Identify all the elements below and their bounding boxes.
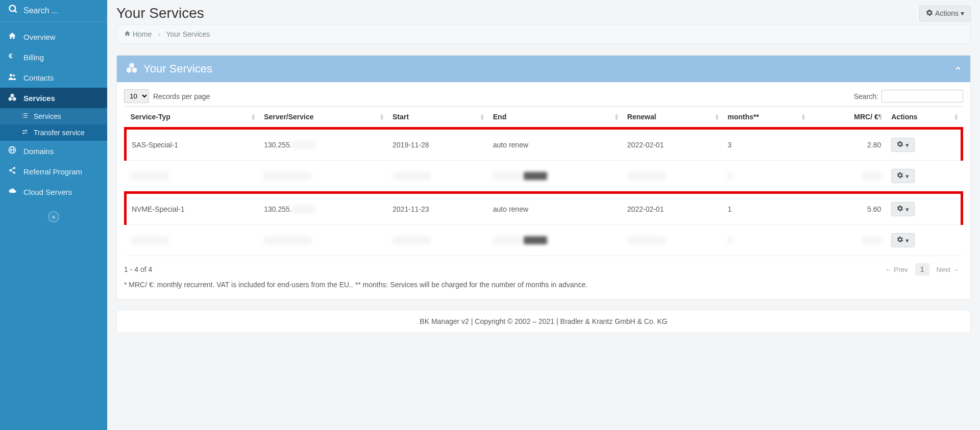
- nav-domains[interactable]: Domains: [0, 141, 107, 161]
- nav-label: Overview: [23, 33, 56, 41]
- svg-point-4: [13, 74, 15, 77]
- svg-line-17: [11, 168, 13, 170]
- cell-start: 2021-11-23: [387, 193, 488, 225]
- sort-icon: ▲▼: [379, 113, 384, 120]
- col-server[interactable]: Server/Service▲▼: [259, 107, 387, 129]
- subnav-services[interactable]: Services: [0, 108, 107, 124]
- users-icon: [8, 72, 19, 83]
- cell-mrc: XXXX: [809, 161, 886, 193]
- caret-down-icon: ▾: [961, 9, 964, 17]
- col-start[interactable]: Start▲▼: [387, 107, 488, 129]
- sort-icon: ▲▼: [251, 113, 256, 120]
- col-months[interactable]: months**▲▼: [723, 107, 809, 129]
- list-icon: [21, 112, 31, 120]
- cell-start: XXXXXXXX: [387, 225, 488, 256]
- cell-service-type: XXXXXXXX: [126, 161, 259, 193]
- share-icon: [8, 166, 19, 176]
- sort-icon: ▲▼: [878, 113, 883, 120]
- cubes-icon: [8, 93, 19, 103]
- sort-icon: ▲▼: [480, 113, 485, 120]
- chevron-right-icon: ›: [158, 30, 160, 38]
- cell-server: 130.255.XXXXX: [259, 193, 387, 225]
- row-actions-button[interactable]: ▾: [891, 202, 915, 216]
- cell-mrc: 5.60: [809, 193, 886, 225]
- nav-label: Contacts: [23, 73, 54, 82]
- subnav-label: Transfer service: [34, 129, 85, 137]
- svg-point-0: [10, 6, 16, 12]
- search-bar: [0, 0, 107, 22]
- services-table: Service-Typ▲▼ Server/Service▲▼ Start▲▼ E…: [124, 106, 963, 256]
- cloud-icon: [8, 187, 19, 197]
- breadcrumb: Home › Your Services: [116, 24, 971, 44]
- breadcrumb-home[interactable]: Home: [133, 30, 152, 38]
- col-end[interactable]: End▲▼: [488, 107, 622, 129]
- cell-server: XXXXXXXXXX: [259, 161, 387, 193]
- subnav-transfer[interactable]: Transfer service: [0, 124, 107, 141]
- search-input[interactable]: [23, 6, 99, 15]
- row-actions-button[interactable]: ▾: [891, 138, 915, 152]
- nav-contacts[interactable]: Contacts: [0, 67, 107, 88]
- cell-start: 2019-11-28: [387, 129, 488, 161]
- nav-overview[interactable]: Overview: [0, 27, 107, 47]
- records-label: Records per page: [153, 92, 210, 100]
- nav-referral[interactable]: Referral Program: [0, 161, 107, 182]
- svg-line-1: [15, 11, 17, 13]
- cell-actions: ▾: [886, 161, 962, 193]
- nav-label: Cloud Servers: [23, 188, 72, 196]
- table-search-input[interactable]: [881, 90, 963, 103]
- services-panel: Your Services 10 Records per page Search…: [116, 55, 971, 299]
- col-actions[interactable]: Actions▲▼: [886, 107, 962, 129]
- nav-billing[interactable]: € Billing: [0, 47, 107, 67]
- page-title: Your Services: [116, 5, 204, 21]
- cell-server: 130.255.XXXXX: [259, 129, 387, 161]
- panel-collapse-button[interactable]: [954, 62, 962, 75]
- col-service-type[interactable]: Service-Typ▲▼: [126, 107, 259, 129]
- cell-end: auto renew: [488, 193, 622, 225]
- footnote: * MRC/ €: monthly recurrent. VAT is incl…: [124, 281, 963, 289]
- next-button[interactable]: Next →: [933, 264, 963, 275]
- subnav-label: Services: [34, 112, 61, 120]
- gear-icon: [926, 9, 933, 18]
- home-icon: [8, 32, 19, 42]
- col-mrc[interactable]: MRC/ €*▲▼: [809, 107, 886, 129]
- table-row: XXXXXXXXXXXXXXXXXXXXXXXXXXXXXXXX XXXXXXX…: [126, 161, 962, 193]
- gear-icon: [897, 172, 903, 180]
- cell-mrc: 2.80: [809, 129, 886, 161]
- sort-icon: ▲▼: [954, 113, 959, 120]
- cell-months: X: [723, 161, 809, 193]
- nav-label: Billing: [23, 53, 44, 62]
- cell-months: 3: [723, 129, 809, 161]
- nav-label: Referral Program: [23, 167, 82, 176]
- search-label: Search:: [854, 92, 878, 100]
- nav-services[interactable]: Services: [0, 88, 107, 108]
- page-size-select[interactable]: 10: [124, 89, 149, 103]
- sort-icon: ▲▼: [801, 113, 806, 120]
- showing-text: 1 - 4 of 4: [124, 265, 152, 273]
- cell-service-type: SAS-Special-1: [126, 129, 259, 161]
- cell-renewal: 2022-02-01: [622, 129, 723, 161]
- cell-renewal: XXXXXXXX: [622, 225, 723, 256]
- gear-icon: [897, 205, 903, 213]
- svg-point-3: [10, 74, 12, 77]
- footer: BK Manager v2 | Copyright © 2002 – 2021 …: [116, 310, 971, 333]
- cell-service-type: XXXXXXXX: [126, 225, 259, 256]
- sidebar-collapse-button[interactable]: «: [48, 211, 59, 222]
- nav-cloud[interactable]: Cloud Servers: [0, 182, 107, 202]
- cell-service-type: NVME-Special-1: [126, 193, 259, 225]
- cell-actions: ▾: [886, 129, 962, 161]
- cell-renewal: XXXXXXXX: [622, 161, 723, 193]
- cell-end: XXXXXX XXXXX: [488, 225, 622, 256]
- col-renewal[interactable]: Renewal▲▼: [622, 107, 723, 129]
- page-actions-button[interactable]: Actions ▾: [919, 6, 971, 21]
- gear-icon: [897, 236, 903, 244]
- row-actions-button[interactable]: ▾: [891, 233, 915, 247]
- main-content: Your Services Actions ▾ Home › Your Serv…: [107, 0, 980, 430]
- table-row: NVME-Special-1130.255.XXXXX2021-11-23aut…: [126, 193, 962, 225]
- panel-title: Your Services: [143, 62, 212, 75]
- cubes-icon: [126, 62, 137, 76]
- page-number[interactable]: 1: [915, 263, 929, 275]
- gear-icon: [897, 141, 903, 149]
- prev-button[interactable]: ← Prev: [881, 264, 912, 275]
- row-actions-button[interactable]: ▾: [891, 169, 915, 183]
- cell-server: XXXXXXXXXX: [259, 225, 387, 256]
